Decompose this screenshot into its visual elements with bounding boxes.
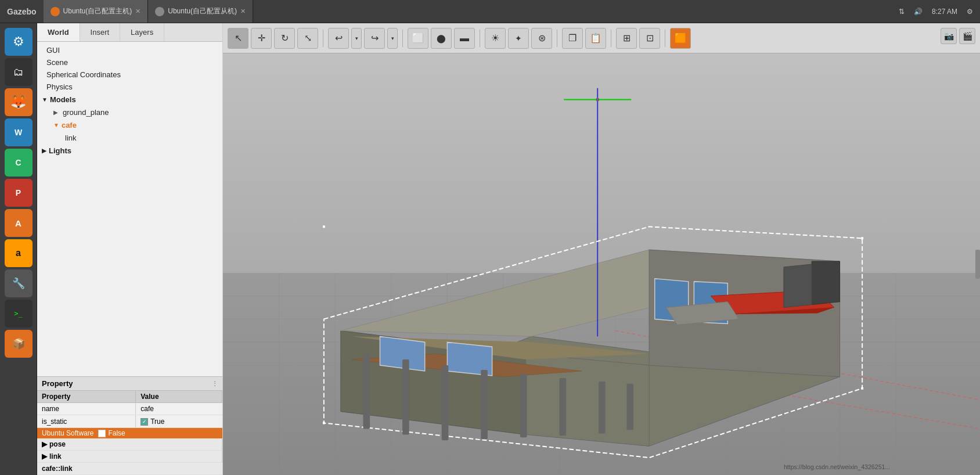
prop-link-row[interactable]: ▶ link cafe::link — [37, 451, 222, 475]
svg-rect-55 — [626, 384, 633, 430]
tree-spherical-label: Spherical Coordinates — [46, 70, 121, 79]
tool-point-light[interactable]: ✦ — [508, 28, 529, 49]
is-static-checkbox[interactable]: ✓ True — [140, 418, 164, 426]
tool-redo[interactable]: ↪ — [364, 28, 385, 49]
tree-physics[interactable]: Physics — [37, 81, 222, 93]
tab-secondary-close[interactable]: ✕ — [240, 8, 246, 15]
ubuntu-sw-checkbox[interactable]: False — [98, 429, 125, 437]
taskbar-calc[interactable]: C — [5, 149, 33, 177]
property-resize-handle[interactable]: ⋮ — [212, 380, 218, 387]
tree-models-label: Models — [50, 95, 76, 104]
tool-sun[interactable]: ☀ — [485, 28, 506, 49]
tool-cylinder[interactable]: ▬ — [454, 28, 475, 49]
tree-ground-plane[interactable]: ▶ ground_plane — [37, 106, 222, 118]
redo-icon: ↪ — [371, 33, 379, 44]
taskbar-amazon[interactable]: a — [5, 239, 33, 267]
tree-link[interactable]: link — [37, 132, 222, 144]
tab-world[interactable]: World — [37, 23, 80, 41]
sun-icon: ☀ — [491, 33, 499, 44]
tool-scale[interactable]: ⤡ — [297, 28, 318, 49]
tree-scene[interactable]: Scene — [37, 56, 222, 69]
tab-main[interactable]: Ubuntu(自己配置主机) ✕ — [44, 0, 149, 23]
tool-sphere[interactable]: ⬤ — [431, 28, 452, 49]
taskbar-present[interactable]: P — [5, 179, 33, 207]
tree-lights-label: Lights — [49, 146, 71, 155]
svg-rect-49 — [402, 359, 409, 434]
taskbar-tools[interactable]: 🔧 — [5, 269, 33, 297]
viewport-resize-handle[interactable] — [975, 250, 980, 279]
video-button[interactable]: 🎬 — [959, 28, 975, 44]
scene-3d[interactable]: https://blog.csdn.net/weixin_4326251... — [223, 53, 980, 475]
tool-box[interactable]: ⬜ — [408, 28, 428, 49]
tree-cafe-header[interactable]: ▼ cafe — [37, 118, 222, 132]
box-icon: ⬜ — [412, 33, 424, 44]
tree-gui-label: GUI — [46, 46, 60, 55]
svg-rect-51 — [481, 370, 488, 439]
tree-spherical-coords[interactable]: Spherical Coordinates — [37, 69, 222, 81]
taskbar-box3d[interactable]: 📦 — [5, 330, 33, 358]
tool-paste[interactable]: 📋 — [585, 28, 606, 49]
tree-cafe-label: cafe — [62, 121, 77, 129]
viewport[interactable]: ↖ ✛ ↻ ⤡ ↩ ▾ ↪ ▾ — [223, 23, 980, 475]
link-section-label: link — [49, 452, 62, 460]
taskbar-firefox[interactable]: 🦊 — [5, 88, 33, 116]
property-header: Property ⋮ — [37, 377, 222, 391]
link-section-arrow-icon: ▶ — [42, 452, 47, 460]
ubuntu-sw-banner: Ubuntu Software False — [37, 428, 222, 438]
svg-rect-47 — [323, 422, 325, 424]
tool-rotate[interactable]: ↻ — [274, 28, 295, 49]
select-icon: ↖ — [235, 33, 242, 44]
rotate-icon: ↻ — [281, 33, 289, 44]
tool-undo[interactable]: ↩ — [328, 28, 349, 49]
tab-secondary[interactable]: Ubuntu(自己配置从机) ✕ — [148, 0, 253, 23]
tree-link-label: link — [65, 134, 77, 142]
svg-rect-52 — [520, 374, 527, 437]
transfer-icon: ⇅ — [899, 8, 905, 16]
undo-icon: ↩ — [335, 33, 343, 44]
titlebar: Gazebo Ubuntu(自己配置主机) ✕ Ubuntu(自己配置从机) ✕… — [0, 0, 980, 23]
tree-ground-plane-label: ground_plane — [63, 108, 109, 117]
tool-select[interactable]: ↖ — [228, 28, 248, 49]
toolbar-sep-2 — [402, 30, 403, 47]
taskbar-files[interactable]: 🗂 — [5, 58, 33, 86]
models-arrow-icon: ▼ — [42, 96, 48, 103]
toolbar-sep-5 — [611, 30, 611, 47]
tab-bar: Ubuntu(自己配置主机) ✕ Ubuntu(自己配置从机) ✕ — [44, 0, 253, 23]
tool-copy[interactable]: ❐ — [562, 28, 583, 49]
svg-rect-48 — [363, 354, 370, 429]
screenshot-button[interactable]: 📷 — [941, 28, 957, 44]
tab-ubuntu-main-icon — [51, 7, 60, 16]
tab-insert[interactable]: Insert — [80, 23, 121, 41]
ground-arrow-icon: ▶ — [53, 109, 60, 116]
settings-icon[interactable]: ⚙ — [967, 8, 973, 16]
toolbar-sep-1 — [323, 30, 323, 47]
panel-tabs: World Insert Layers — [37, 23, 222, 42]
tab-main-close[interactable]: ✕ — [135, 8, 140, 15]
svg-rect-46 — [861, 387, 863, 390]
tree-models-header[interactable]: ▼ Models — [37, 93, 222, 106]
taskbar-terminal[interactable]: >_ — [5, 300, 33, 328]
taskbar-settings[interactable]: ⚙ — [5, 28, 33, 56]
taskbar-software[interactable]: A — [5, 209, 33, 237]
tool-align[interactable]: ⊞ — [616, 28, 637, 49]
tree-scene-label: Scene — [46, 58, 68, 67]
prop-pose-row[interactable]: ▶ pose — [37, 438, 222, 451]
svg-marker-38 — [784, 264, 812, 308]
side-panel: World Insert Layers GUI Scene Spherical … — [37, 23, 223, 475]
titlebar-right: ⇅ 🔊 8:27 AM ⚙ — [899, 8, 980, 16]
toolbar: ↖ ✛ ↻ ⤡ ↩ ▾ ↪ ▾ — [223, 23, 980, 53]
tree-lights-header[interactable]: ▶ Lights — [37, 144, 222, 157]
tool-spot-light[interactable]: ⊛ — [531, 28, 552, 49]
tool-translate[interactable]: ✛ — [251, 28, 272, 49]
point-light-icon: ✦ — [515, 34, 522, 43]
tool-snap[interactable]: ⊡ — [639, 28, 660, 49]
tree-gui[interactable]: GUI — [37, 44, 222, 56]
tool-undo-dropdown[interactable]: ▾ — [351, 28, 362, 49]
tool-orange-mode[interactable]: 🟧 — [670, 28, 691, 49]
tool-redo-dropdown[interactable]: ▾ — [387, 28, 398, 49]
svg-rect-0 — [223, 53, 980, 285]
taskbar-writer[interactable]: W — [5, 118, 33, 146]
taskbar: ⚙ 🗂 🦊 W C P A a 🔧 >_ 📦 — [0, 23, 37, 475]
tab-layers[interactable]: Layers — [120, 23, 164, 41]
tab-ubuntu-secondary-icon — [155, 7, 164, 16]
